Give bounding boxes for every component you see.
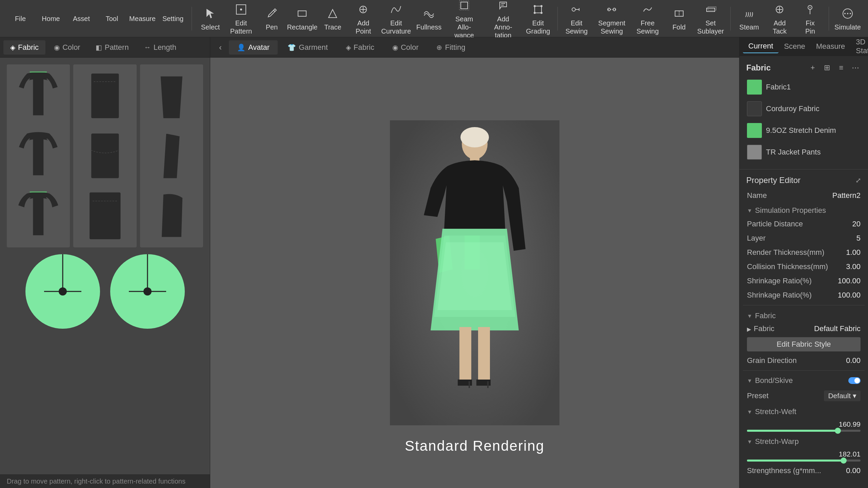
center-panel: ‹ 👤 Avatar 👕 Garment ◈ Fabric ◉ Color ⊕ … xyxy=(210,37,739,488)
stretch-warp-label[interactable]: Stretch-Warp xyxy=(743,434,865,448)
circle-pattern-1[interactable] xyxy=(25,254,100,329)
left-panel: ◈ Fabric ◉ Color ◧ Pattern ↔ Length xyxy=(0,37,210,488)
fix-pin-tool[interactable]: Fix Pin xyxy=(796,0,824,38)
tool-menu[interactable]: Tool xyxy=(98,12,125,25)
simulate-tool[interactable]: Simulate xyxy=(834,3,861,34)
stretch-warp-caret xyxy=(747,438,752,445)
center-tab-fitting[interactable]: ⊕ Fitting xyxy=(428,40,473,55)
tab-color[interactable]: ◉ Color xyxy=(47,40,87,55)
home-menu[interactable]: Home xyxy=(37,12,64,25)
edit-pattern-tool[interactable]: Edit Pattern xyxy=(228,0,255,38)
edit-grading-tool[interactable]: Edit Grading xyxy=(524,0,553,38)
svg-rect-11 xyxy=(535,6,541,13)
fabric-section: Fabric + ⊞ ≡ ⋯ Fabric1 Corduroy Fabric xyxy=(739,56,868,166)
simulation-caret xyxy=(747,207,752,214)
pattern-item-1[interactable] xyxy=(7,64,70,127)
rectangle-tool[interactable]: Rectangle xyxy=(289,3,316,34)
right-tab-scene[interactable]: Scene xyxy=(778,40,810,53)
svg-point-33 xyxy=(844,13,846,14)
pattern-item-5[interactable] xyxy=(73,124,136,187)
grain-direction-row: Grain Direction 0.00 xyxy=(743,353,865,368)
seam-allowance-tool[interactable]: Seam Allo-wance xyxy=(446,0,482,42)
edit-fabric-style-button[interactable]: Edit Fabric Style xyxy=(747,337,861,351)
fabric-list-btn[interactable]: ≡ xyxy=(835,62,847,74)
circles-area xyxy=(0,247,210,336)
svg-point-12 xyxy=(534,5,536,7)
add-point-tool[interactable]: Add Point xyxy=(350,0,377,38)
pattern-item-2[interactable] xyxy=(73,64,136,127)
center-tabs: ‹ 👤 Avatar 👕 Garment ◈ Fabric ◉ Color ⊕ … xyxy=(210,37,739,58)
circle-pattern-2[interactable] xyxy=(110,254,185,329)
steam-tool[interactable]: Steam xyxy=(735,3,763,34)
file-menu[interactable]: File xyxy=(7,12,34,25)
fullness-tool[interactable]: Fullness xyxy=(415,3,442,34)
tab-length[interactable]: ↔ Length xyxy=(137,40,183,55)
fabric-tab-icon: ◈ xyxy=(10,43,15,52)
center-tab-garment[interactable]: 👕 Garment xyxy=(279,40,336,55)
pattern-item-9[interactable] xyxy=(140,184,203,247)
pattern-item-6[interactable] xyxy=(140,124,203,187)
fabric-item-2[interactable]: Corduroy Fabric xyxy=(743,98,865,120)
asset-menu[interactable]: Asset xyxy=(68,12,95,25)
pattern-item-4[interactable] xyxy=(7,124,70,187)
add-annotation-tool[interactable]: Add Anno-tation xyxy=(486,0,520,42)
add-tack-tool[interactable]: Add Tack xyxy=(766,0,793,38)
right-tab-current[interactable]: Current xyxy=(743,40,778,53)
svg-rect-37 xyxy=(91,73,119,119)
segment-sewing-tool[interactable]: Segment Sewing xyxy=(594,0,630,38)
fabric-item-1[interactable]: Fabric1 xyxy=(743,76,865,98)
select-tool[interactable]: Select xyxy=(197,3,224,34)
divider1 xyxy=(192,7,192,30)
setting-menu[interactable]: Setting xyxy=(159,12,186,25)
pattern-grid xyxy=(0,58,210,247)
svg-rect-56 xyxy=(459,327,471,381)
right-tab-3d-state[interactable]: 3D State xyxy=(850,37,868,57)
stretch-warp-slider[interactable] xyxy=(747,460,861,462)
3d-viewport[interactable]: Standard Rendering xyxy=(210,58,739,488)
pattern-item-3[interactable] xyxy=(140,64,203,127)
pattern-item-7[interactable] xyxy=(7,184,70,247)
bond-caret xyxy=(747,377,752,384)
garment-tab-icon: 👕 xyxy=(288,43,296,52)
preset-select[interactable]: Default ▾ xyxy=(824,390,861,401)
center-tab-avatar[interactable]: 👤 Avatar xyxy=(229,40,278,55)
avatar-wrapper xyxy=(210,58,739,488)
edit-sewing-tool[interactable]: Edit Sewing xyxy=(563,0,591,38)
tab-fabric[interactable]: ◈ Fabric xyxy=(3,40,45,55)
fabric-header: Fabric + ⊞ ≡ ⋯ xyxy=(743,59,865,76)
bond-toggle[interactable] xyxy=(848,377,861,384)
stretch-weft-slider-row: 160.99 xyxy=(743,418,865,434)
particle-distance-row: Particle Distance 20 xyxy=(743,217,865,231)
pattern-item-8[interactable] xyxy=(73,184,136,247)
bond-skive-label[interactable]: Bond/Skive xyxy=(747,376,793,385)
measure-menu[interactable]: Measure xyxy=(129,12,156,25)
svg-rect-60 xyxy=(469,381,470,388)
fabric-item-3[interactable]: 9.5OZ Stretch Denim xyxy=(743,120,865,141)
simulation-properties-label[interactable]: Simulation Properties xyxy=(743,203,865,217)
pen-tool[interactable]: Pen xyxy=(258,3,285,34)
set-sublayer-tool[interactable]: Set Sublayer xyxy=(696,0,725,38)
fabric-grid-btn[interactable]: ⊞ xyxy=(821,62,833,74)
right-tab-measure[interactable]: Measure xyxy=(811,40,851,53)
fold-tool[interactable]: Fold xyxy=(666,3,693,34)
center-tabs-left-arrow[interactable]: ‹ xyxy=(214,41,227,54)
fabric-item-4[interactable]: TR Jacket Pants xyxy=(743,141,865,163)
stretch-weft-slider[interactable] xyxy=(747,430,861,432)
svg-point-53 xyxy=(460,127,489,147)
divider4 xyxy=(829,7,829,30)
fabric-sub-label[interactable]: Fabric xyxy=(743,308,865,322)
svg-point-1 xyxy=(240,8,242,11)
center-fabric-tab-icon: ◈ xyxy=(346,43,351,52)
fabric-more-btn[interactable]: ⋯ xyxy=(850,62,861,74)
free-sewing-tool[interactable]: Free Sewing xyxy=(633,0,662,38)
fabric-add-btn[interactable]: + xyxy=(807,62,818,74)
prop-editor-expand-icon[interactable]: ⤢ xyxy=(855,176,861,184)
tab-pattern[interactable]: ◧ Pattern xyxy=(89,40,136,55)
trace-tool[interactable]: Trace xyxy=(319,3,346,34)
center-tab-color[interactable]: ◉ Color xyxy=(384,40,427,55)
center-tab-fabric[interactable]: ◈ Fabric xyxy=(338,40,382,55)
svg-point-16 xyxy=(572,8,575,11)
shrinkage-ratio-2-row: Shrinkage Ratio(%) 100.00 xyxy=(743,288,865,302)
stretch-weft-label[interactable]: Stretch-Weft xyxy=(743,404,865,418)
edit-curvature-tool[interactable]: Edit Curvature xyxy=(380,0,412,38)
